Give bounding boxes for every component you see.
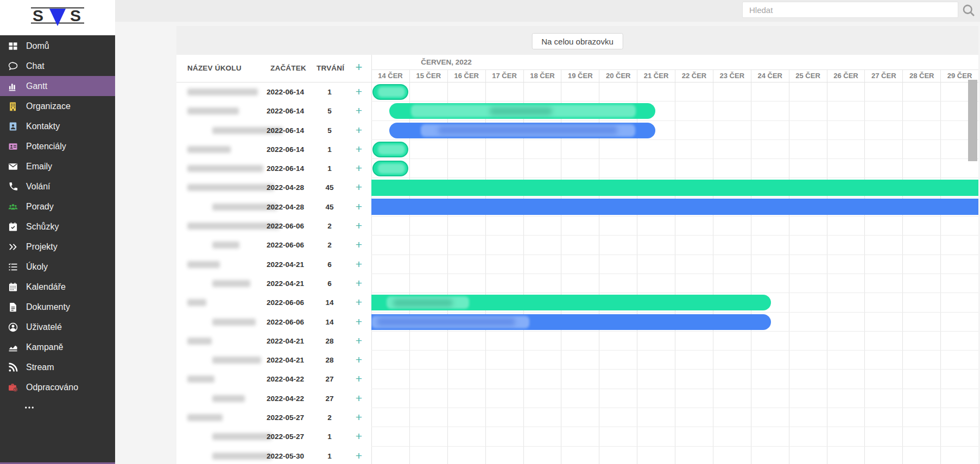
task-name-redacted[interactable] — [187, 414, 223, 421]
grid-icon — [8, 41, 18, 52]
task-start-date: 2022-05-27 — [267, 414, 304, 422]
gantt-bar[interactable] — [371, 199, 978, 215]
task-name-redacted[interactable] — [212, 395, 245, 402]
task-start-date: 2022-04-21 — [267, 279, 304, 288]
add-subtask-button[interactable]: + — [348, 181, 370, 194]
add-subtask-button[interactable]: + — [348, 219, 370, 232]
sidebar-item-potencialy[interactable]: Potenciály — [0, 136, 115, 156]
gantt-row-chart-cell — [371, 159, 978, 178]
task-name-redacted[interactable] — [212, 453, 272, 460]
sidebar-item-uzivatele[interactable]: Uživatelé — [0, 317, 115, 337]
sidebar-item-porady[interactable]: Porady — [0, 196, 115, 217]
task-start-date: 2022-06-06 — [267, 241, 304, 249]
gantt-row-chart-cell — [371, 217, 978, 236]
gantt-rows: 2022-06-141+2022-06-145+2022-06-145+2022… — [176, 82, 978, 464]
sidebar-item-organizace[interactable]: Organizace — [0, 96, 115, 116]
gantt-bar[interactable] — [372, 84, 408, 100]
add-subtask-button[interactable]: + — [348, 296, 370, 309]
gantt-bar[interactable] — [389, 103, 655, 119]
sidebar-item-kampane[interactable]: Kampaně — [0, 337, 115, 357]
gantt-row: 2022-04-2227+ — [176, 370, 978, 389]
add-subtask-button[interactable]: + — [348, 372, 370, 385]
task-name-redacted[interactable] — [212, 241, 239, 249]
task-name-redacted[interactable] — [187, 165, 263, 172]
add-subtask-button[interactable]: + — [348, 315, 370, 328]
task-name-redacted[interactable] — [187, 261, 220, 268]
add-subtask-button[interactable]: + — [348, 104, 370, 117]
fullscreen-button[interactable]: Na celou obrazovku — [532, 33, 623, 49]
task-name-redacted[interactable] — [187, 376, 214, 383]
gantt-row: 2022-04-2128+ — [176, 351, 978, 370]
sidebar-item-dokumenty[interactable]: Dokumenty — [0, 297, 115, 317]
add-subtask-button[interactable]: + — [348, 200, 370, 213]
gantt-bar[interactable] — [371, 295, 771, 310]
search-input[interactable] — [742, 2, 958, 18]
task-name-redacted[interactable] — [187, 338, 212, 345]
sidebar-item-gantt[interactable]: Gantt — [0, 76, 115, 96]
add-subtask-button[interactable]: + — [348, 143, 370, 156]
magnifier-icon[interactable] — [961, 3, 976, 18]
sidebar-item-volani[interactable]: Volání — [0, 176, 115, 196]
add-task-column-button[interactable]: + — [348, 60, 370, 74]
gantt-row-chart-cell — [371, 101, 978, 120]
gantt-bar[interactable] — [389, 123, 655, 138]
task-name-redacted[interactable] — [187, 107, 239, 115]
task-name-redacted[interactable] — [187, 299, 206, 306]
chart-line-icon — [8, 342, 18, 353]
add-subtask-button[interactable]: + — [348, 392, 370, 405]
add-subtask-button[interactable]: + — [348, 411, 370, 424]
sidebar-item-more[interactable] — [0, 397, 115, 417]
task-name-redacted[interactable] — [187, 88, 258, 96]
briefcase-clock-icon — [8, 382, 18, 393]
sidebar-item-emaily[interactable]: Emaily — [0, 156, 115, 176]
task-duration: 2 — [313, 241, 346, 249]
sidebar-item-label: Potenciály — [26, 142, 66, 151]
add-subtask-button[interactable]: + — [348, 353, 370, 366]
task-name-redacted[interactable] — [212, 319, 256, 326]
sidebar-item-domu[interactable]: Domů — [0, 36, 115, 56]
gantt-row-chart-cell — [371, 427, 978, 446]
sidebar-item-chat[interactable]: Chat — [0, 56, 115, 76]
add-subtask-button[interactable]: + — [348, 277, 370, 290]
sidebar-item-label: Odpracováno — [26, 383, 78, 392]
task-name-redacted[interactable] — [187, 146, 231, 153]
gantt-bar[interactable] — [372, 142, 408, 157]
add-subtask-button[interactable]: + — [348, 124, 370, 137]
sidebar-item-projekty[interactable]: Projekty — [0, 237, 115, 257]
vertical-scrollbar-thumb[interactable] — [968, 80, 977, 161]
task-duration: 27 — [313, 375, 346, 383]
sidebar-item-kalendare[interactable]: Kalendáře — [0, 277, 115, 297]
task-name-redacted[interactable] — [187, 223, 280, 230]
task-name-redacted[interactable] — [212, 433, 272, 440]
add-subtask-button[interactable]: + — [348, 85, 370, 98]
task-start-date: 2022-06-14 — [267, 164, 304, 173]
gantt-bar[interactable] — [371, 180, 978, 196]
sidebar-item-kontakty[interactable]: Kontakty — [0, 116, 115, 136]
gantt-row: 2022-06-0614+ — [176, 313, 978, 332]
sidebar-item-ukoly[interactable]: Úkoly — [0, 257, 115, 277]
add-subtask-button[interactable]: + — [348, 334, 370, 347]
task-duration: 5 — [313, 126, 346, 135]
sidebar-item-label: Domů — [26, 41, 49, 51]
sidebar-item-schuzky[interactable]: Schůzky — [0, 217, 115, 237]
gantt-row: 2022-04-2227+ — [176, 389, 978, 408]
column-header-task-name: NÁZEV ÚKOLU — [187, 64, 242, 72]
task-name-redacted[interactable] — [212, 357, 261, 364]
add-subtask-button[interactable]: + — [348, 258, 370, 271]
task-name-redacted[interactable] — [212, 280, 250, 287]
gantt-bar[interactable] — [372, 161, 408, 176]
task-name-redacted[interactable] — [187, 184, 274, 191]
gantt-row: 2022-04-216+ — [176, 274, 978, 293]
add-subtask-button[interactable]: + — [348, 238, 370, 251]
add-subtask-button[interactable]: + — [348, 449, 370, 462]
add-subtask-button[interactable]: + — [348, 430, 370, 443]
sidebar-item-odpracovano[interactable]: Odpracováno — [0, 377, 115, 397]
svg-text:S: S — [70, 7, 81, 24]
gantt-bar-text-blur — [490, 107, 552, 116]
svg-text:S: S — [33, 7, 43, 24]
gantt-row: 2022-04-2845+ — [176, 198, 978, 217]
sidebar-item-label: Projekty — [26, 242, 58, 252]
sidebar-item-stream[interactable]: Stream — [0, 357, 115, 377]
add-subtask-button[interactable]: + — [348, 162, 370, 175]
gantt-bar[interactable] — [371, 314, 771, 330]
